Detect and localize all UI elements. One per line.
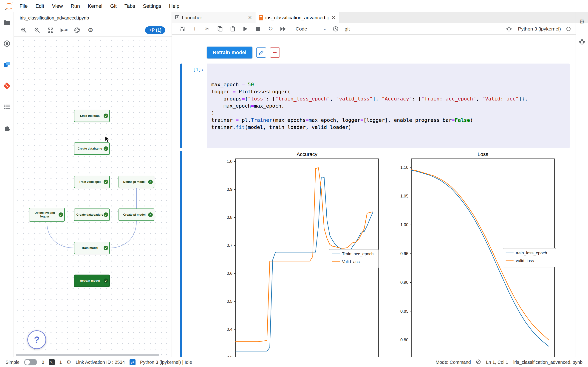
debugger-panel-bug-icon[interactable]: [579, 39, 585, 46]
tab-notebook[interactable]: iris_classification_advanced.ipynb ✕: [255, 12, 339, 23]
svg-text:0.3: 0.3: [227, 355, 233, 357]
check-icon: ✓: [104, 278, 108, 283]
cell-type-value: Code: [296, 26, 307, 32]
git-icon[interactable]: [3, 82, 11, 90]
pipeline-node-create-pl-model[interactable]: Create pl model✓: [119, 209, 154, 221]
simple-mode-toggle[interactable]: [24, 359, 37, 365]
node-label: Define liveplot logger: [31, 211, 58, 219]
pipeline-extension-icon[interactable]: [3, 60, 11, 69]
menu-settings[interactable]: Settings: [139, 3, 165, 9]
kernel-status-text[interactable]: Python 3 (ipykernel) | Idle: [140, 360, 192, 365]
launcher-icon: [175, 15, 180, 21]
zoom-out-icon[interactable]: [34, 27, 41, 34]
help-button[interactable]: ?: [27, 330, 46, 349]
execution-prompt: [1]:: [182, 64, 207, 148]
input-collapser[interactable]: [180, 64, 182, 148]
git-status-icon[interactable]: git: [130, 359, 136, 365]
svg-text:0.7: 0.7: [227, 243, 233, 248]
menu-git[interactable]: Git: [106, 3, 121, 9]
restart-run-all-icon[interactable]: [280, 25, 287, 32]
status-bar: Simple 0 $_ 1 ⚙ Link Activation ID : 253…: [0, 357, 588, 367]
copy-icon[interactable]: [216, 25, 224, 32]
check-icon: ✓: [104, 180, 108, 184]
notebook-panel: Launcher ✕ iris_classification_advanced.…: [172, 12, 576, 357]
pipeline-node-create-dataframe[interactable]: Create dataframe✓: [74, 142, 110, 155]
close-icon[interactable]: ✕: [248, 15, 252, 20]
kernel-name[interactable]: Python 3 (ipykernel): [518, 26, 561, 32]
svg-text:0.85: 0.85: [400, 309, 408, 314]
menu-edit[interactable]: Edit: [32, 3, 48, 9]
kernel-sessions-icon: ⚙: [66, 359, 71, 365]
pipeline-node-create-dataloaders[interactable]: Create dataloaders✓: [74, 209, 110, 221]
pipeline-node-define-pl-model[interactable]: Define pl model✓: [119, 176, 154, 188]
debugger-bug-icon[interactable]: [506, 25, 512, 32]
pipeline-edges: [14, 37, 172, 357]
svg-text:0.80: 0.80: [400, 338, 408, 342]
property-inspector-gear-icon[interactable]: ⚙: [579, 18, 585, 25]
svg-text:Accuracy: Accuracy: [296, 151, 317, 157]
save-icon[interactable]: [179, 25, 186, 32]
scrollbar-thumb[interactable]: [16, 354, 159, 356]
terminal-icon: $_: [49, 359, 55, 365]
pipeline-node-train-valid-split[interactable]: Train valid split✓: [74, 176, 110, 188]
remove-minus-button[interactable]: −: [270, 48, 280, 58]
palette-icon[interactable]: [73, 27, 81, 34]
terminals-count[interactable]: 0: [42, 360, 44, 365]
pipeline-count-badge[interactable]: +P (1): [145, 26, 165, 34]
check-icon: ✓: [148, 212, 153, 217]
code-editor[interactable]: max_epoch = 50logger = PlotLossesLogger(…: [207, 64, 570, 148]
history-icon[interactable]: [332, 25, 339, 32]
git-toolbar-label[interactable]: git: [345, 26, 350, 32]
menu-kernel[interactable]: Kernel: [84, 3, 106, 9]
code-line: logger = PlotLossesLogger(: [211, 88, 565, 95]
check-icon: ✓: [148, 180, 153, 184]
edit-pencil-button[interactable]: [256, 48, 266, 58]
kernel-group: Python 3 (ipykernel): [506, 25, 571, 32]
pipeline-node-define-liveplot-logger[interactable]: Define liveplot logger✓: [29, 208, 65, 222]
menu-help[interactable]: Help: [165, 3, 183, 9]
zoom-in-icon[interactable]: [20, 27, 27, 34]
menu-tabs[interactable]: Tabs: [121, 3, 139, 9]
restart-kernel-icon[interactable]: ↻: [267, 25, 274, 32]
cut-icon[interactable]: ✂: [204, 25, 211, 32]
cursor-position[interactable]: Ln 1, Col 1: [486, 360, 508, 365]
horizontal-scrollbar[interactable]: [16, 354, 165, 356]
chevron-down-icon: ⌄: [323, 27, 326, 31]
settings-gear-icon[interactable]: ⚙: [87, 27, 94, 34]
stop-icon[interactable]: [254, 25, 261, 32]
paste-icon[interactable]: [229, 25, 236, 32]
fit-view-icon[interactable]: [47, 27, 54, 34]
add-cell-icon[interactable]: +: [191, 25, 198, 32]
extension-manager-icon[interactable]: [3, 124, 11, 132]
check-icon: ✓: [104, 212, 108, 217]
table-of-contents-icon[interactable]: [3, 103, 11, 111]
mode-indicator: Mode: Command: [436, 360, 471, 365]
menu-file[interactable]: File: [16, 3, 32, 9]
run-icon[interactable]: [242, 25, 249, 32]
pipeline-canvas[interactable]: Load iris data✓Create dataframe✓Train va…: [14, 37, 172, 357]
close-icon[interactable]: ✕: [331, 15, 336, 20]
menu-view[interactable]: View: [48, 3, 67, 9]
pipeline-node-load-iris-data[interactable]: Load iris data✓: [74, 110, 110, 122]
svg-text:train_loss_epoch: train_loss_epoch: [516, 251, 547, 256]
svg-text:Valid: acc: Valid: acc: [342, 259, 360, 264]
notebook-toolbar: + ✂ ↻ Code ⌄ g: [172, 23, 576, 35]
node-label: Load iris data: [80, 114, 100, 118]
pipeline-node-train-model[interactable]: Train model✓: [74, 242, 110, 254]
notification-icon[interactable]: [476, 359, 481, 365]
running-kernels-icon[interactable]: [3, 40, 11, 48]
output-collapser[interactable]: [180, 151, 182, 357]
code-line: trainer = pl.Trainer(max_epochs=max_epoc…: [211, 117, 565, 124]
widget-row: Retrain model −: [207, 47, 576, 58]
pipeline-node-retrain-model[interactable]: Retrain model✓: [74, 275, 110, 287]
check-icon: ✓: [59, 212, 63, 217]
cell-type-dropdown[interactable]: Code ⌄: [296, 26, 326, 32]
tab-launcher[interactable]: Launcher ✕: [172, 12, 255, 23]
kernels-count[interactable]: 1: [59, 360, 62, 365]
file-browser-icon[interactable]: [3, 18, 11, 27]
run-all-icon[interactable]: All: [60, 27, 68, 34]
retrain-model-button[interactable]: Retrain model: [207, 47, 252, 58]
svg-text:1.0: 1.0: [227, 159, 233, 164]
left-activity-bar: [0, 12, 14, 357]
menu-run[interactable]: Run: [67, 3, 84, 9]
